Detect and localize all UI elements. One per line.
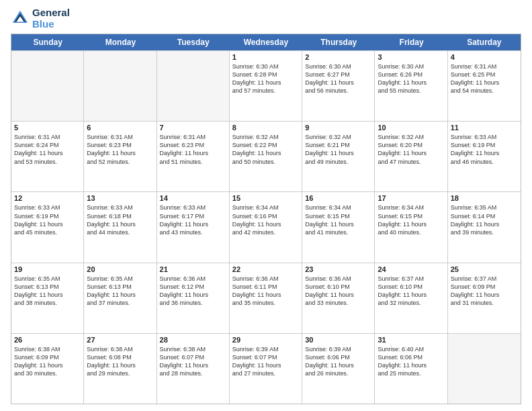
cal-cell: 2Sunrise: 6:30 AM Sunset: 6:27 PM Daylig… bbox=[302, 51, 375, 121]
cal-cell bbox=[84, 51, 157, 121]
day-info: Sunrise: 6:34 AM Sunset: 6:15 PM Dayligh… bbox=[305, 203, 371, 236]
calendar-header: SundayMondayTuesdayWednesdayThursdayFrid… bbox=[11, 34, 521, 50]
day-info: Sunrise: 6:37 AM Sunset: 6:10 PM Dayligh… bbox=[378, 275, 444, 308]
day-info: Sunrise: 6:38 AM Sunset: 6:07 PM Dayligh… bbox=[160, 345, 226, 378]
day-number: 2 bbox=[305, 53, 371, 61]
cal-cell: 31Sunrise: 6:40 AM Sunset: 6:06 PM Dayli… bbox=[375, 334, 447, 404]
day-number: 6 bbox=[87, 124, 153, 132]
cal-cell: 18Sunrise: 6:35 AM Sunset: 6:14 PM Dayli… bbox=[448, 192, 521, 262]
day-info: Sunrise: 6:33 AM Sunset: 6:19 PM Dayligh… bbox=[14, 203, 81, 236]
week-row-4: 19Sunrise: 6:35 AM Sunset: 6:13 PM Dayli… bbox=[11, 263, 521, 333]
cal-cell: 4Sunrise: 6:31 AM Sunset: 6:25 PM Daylig… bbox=[448, 51, 521, 121]
cal-cell: 25Sunrise: 6:37 AM Sunset: 6:09 PM Dayli… bbox=[448, 263, 521, 333]
day-info: Sunrise: 6:36 AM Sunset: 6:12 PM Dayligh… bbox=[160, 275, 226, 308]
logo: General Blue bbox=[11, 7, 70, 30]
cal-cell: 22Sunrise: 6:36 AM Sunset: 6:11 PM Dayli… bbox=[230, 263, 302, 333]
cal-cell: 3Sunrise: 6:30 AM Sunset: 6:26 PM Daylig… bbox=[375, 51, 447, 121]
cal-cell: 14Sunrise: 6:33 AM Sunset: 6:17 PM Dayli… bbox=[157, 192, 230, 262]
day-number: 31 bbox=[378, 336, 444, 344]
logo-text: General Blue bbox=[32, 7, 70, 30]
day-info: Sunrise: 6:31 AM Sunset: 6:25 PM Dayligh… bbox=[451, 62, 518, 95]
day-number: 28 bbox=[160, 336, 226, 344]
header-day-thursday: Thursday bbox=[302, 34, 375, 50]
day-number: 10 bbox=[378, 124, 444, 132]
cal-cell: 8Sunrise: 6:32 AM Sunset: 6:22 PM Daylig… bbox=[230, 122, 302, 191]
day-info: Sunrise: 6:33 AM Sunset: 6:17 PM Dayligh… bbox=[160, 203, 226, 236]
day-info: Sunrise: 6:30 AM Sunset: 6:27 PM Dayligh… bbox=[305, 62, 371, 95]
day-info: Sunrise: 6:33 AM Sunset: 6:18 PM Dayligh… bbox=[87, 203, 153, 236]
day-number: 19 bbox=[14, 265, 81, 273]
cal-cell: 9Sunrise: 6:32 AM Sunset: 6:21 PM Daylig… bbox=[302, 122, 375, 191]
day-number: 29 bbox=[232, 336, 299, 344]
cal-cell: 20Sunrise: 6:35 AM Sunset: 6:13 PM Dayli… bbox=[84, 263, 157, 333]
calendar-body: 1Sunrise: 6:30 AM Sunset: 6:28 PM Daylig… bbox=[11, 50, 521, 404]
day-number: 3 bbox=[378, 53, 444, 61]
day-number: 22 bbox=[232, 265, 299, 273]
header-day-friday: Friday bbox=[375, 34, 447, 50]
cal-cell: 24Sunrise: 6:37 AM Sunset: 6:10 PM Dayli… bbox=[375, 263, 447, 333]
day-number: 24 bbox=[378, 265, 444, 273]
cal-cell: 21Sunrise: 6:36 AM Sunset: 6:12 PM Dayli… bbox=[157, 263, 230, 333]
day-number: 23 bbox=[305, 265, 371, 273]
day-info: Sunrise: 6:38 AM Sunset: 6:09 PM Dayligh… bbox=[14, 345, 81, 378]
day-number: 1 bbox=[232, 53, 299, 61]
header: General Blue bbox=[11, 7, 521, 30]
day-number: 4 bbox=[451, 53, 518, 61]
day-info: Sunrise: 6:39 AM Sunset: 6:07 PM Dayligh… bbox=[232, 345, 299, 378]
cal-cell: 17Sunrise: 6:34 AM Sunset: 6:15 PM Dayli… bbox=[375, 192, 447, 262]
day-info: Sunrise: 6:30 AM Sunset: 6:26 PM Dayligh… bbox=[378, 62, 444, 95]
cal-cell: 28Sunrise: 6:38 AM Sunset: 6:07 PM Dayli… bbox=[157, 334, 230, 404]
day-number: 26 bbox=[14, 336, 81, 344]
day-number: 21 bbox=[160, 265, 226, 273]
day-number: 20 bbox=[87, 265, 153, 273]
week-row-2: 5Sunrise: 6:31 AM Sunset: 6:24 PM Daylig… bbox=[11, 121, 521, 191]
day-info: Sunrise: 6:35 AM Sunset: 6:14 PM Dayligh… bbox=[451, 203, 518, 236]
day-info: Sunrise: 6:39 AM Sunset: 6:06 PM Dayligh… bbox=[305, 345, 371, 378]
cal-cell: 15Sunrise: 6:34 AM Sunset: 6:16 PM Dayli… bbox=[230, 192, 302, 262]
day-number: 18 bbox=[451, 194, 518, 202]
day-info: Sunrise: 6:34 AM Sunset: 6:16 PM Dayligh… bbox=[232, 203, 299, 236]
day-number: 27 bbox=[87, 336, 153, 344]
day-info: Sunrise: 6:31 AM Sunset: 6:23 PM Dayligh… bbox=[160, 133, 226, 166]
cal-cell: 11Sunrise: 6:33 AM Sunset: 6:19 PM Dayli… bbox=[448, 122, 521, 191]
header-day-tuesday: Tuesday bbox=[157, 34, 230, 50]
page: General Blue SundayMondayTuesdayWednesda… bbox=[0, 0, 532, 411]
cal-cell: 7Sunrise: 6:31 AM Sunset: 6:23 PM Daylig… bbox=[157, 122, 230, 191]
day-number: 15 bbox=[232, 194, 299, 202]
day-info: Sunrise: 6:32 AM Sunset: 6:20 PM Dayligh… bbox=[378, 133, 444, 166]
day-info: Sunrise: 6:35 AM Sunset: 6:13 PM Dayligh… bbox=[14, 275, 81, 308]
day-number: 7 bbox=[160, 124, 226, 132]
day-info: Sunrise: 6:36 AM Sunset: 6:10 PM Dayligh… bbox=[305, 275, 371, 308]
day-number: 16 bbox=[305, 194, 371, 202]
week-row-1: 1Sunrise: 6:30 AM Sunset: 6:28 PM Daylig… bbox=[11, 50, 521, 121]
day-info: Sunrise: 6:35 AM Sunset: 6:13 PM Dayligh… bbox=[87, 275, 153, 308]
day-number: 12 bbox=[14, 194, 81, 202]
day-number: 5 bbox=[14, 124, 81, 132]
cal-cell bbox=[157, 51, 230, 121]
day-info: Sunrise: 6:32 AM Sunset: 6:22 PM Dayligh… bbox=[232, 133, 299, 166]
cal-cell: 30Sunrise: 6:39 AM Sunset: 6:06 PM Dayli… bbox=[302, 334, 375, 404]
week-row-3: 12Sunrise: 6:33 AM Sunset: 6:19 PM Dayli… bbox=[11, 191, 521, 262]
cal-cell: 13Sunrise: 6:33 AM Sunset: 6:18 PM Dayli… bbox=[84, 192, 157, 262]
cal-cell: 16Sunrise: 6:34 AM Sunset: 6:15 PM Dayli… bbox=[302, 192, 375, 262]
header-day-saturday: Saturday bbox=[448, 34, 521, 50]
cal-cell: 23Sunrise: 6:36 AM Sunset: 6:10 PM Dayli… bbox=[302, 263, 375, 333]
day-info: Sunrise: 6:37 AM Sunset: 6:09 PM Dayligh… bbox=[451, 275, 518, 308]
day-number: 9 bbox=[305, 124, 371, 132]
calendar: SundayMondayTuesdayWednesdayThursdayFrid… bbox=[11, 34, 521, 404]
cal-cell: 6Sunrise: 6:31 AM Sunset: 6:23 PM Daylig… bbox=[84, 122, 157, 191]
cal-cell: 26Sunrise: 6:38 AM Sunset: 6:09 PM Dayli… bbox=[11, 334, 84, 404]
cal-cell: 5Sunrise: 6:31 AM Sunset: 6:24 PM Daylig… bbox=[11, 122, 84, 191]
day-info: Sunrise: 6:31 AM Sunset: 6:23 PM Dayligh… bbox=[87, 133, 153, 166]
header-day-monday: Monday bbox=[84, 34, 157, 50]
cal-cell: 12Sunrise: 6:33 AM Sunset: 6:19 PM Dayli… bbox=[11, 192, 84, 262]
day-info: Sunrise: 6:40 AM Sunset: 6:06 PM Dayligh… bbox=[378, 345, 444, 378]
day-number: 17 bbox=[378, 194, 444, 202]
day-number: 30 bbox=[305, 336, 371, 344]
cal-cell: 29Sunrise: 6:39 AM Sunset: 6:07 PM Dayli… bbox=[230, 334, 302, 404]
day-info: Sunrise: 6:31 AM Sunset: 6:24 PM Dayligh… bbox=[14, 133, 81, 166]
day-info: Sunrise: 6:30 AM Sunset: 6:28 PM Dayligh… bbox=[232, 62, 299, 95]
cal-cell: 27Sunrise: 6:38 AM Sunset: 6:08 PM Dayli… bbox=[84, 334, 157, 404]
header-day-wednesday: Wednesday bbox=[230, 34, 302, 50]
week-row-5: 26Sunrise: 6:38 AM Sunset: 6:09 PM Dayli… bbox=[11, 333, 521, 404]
